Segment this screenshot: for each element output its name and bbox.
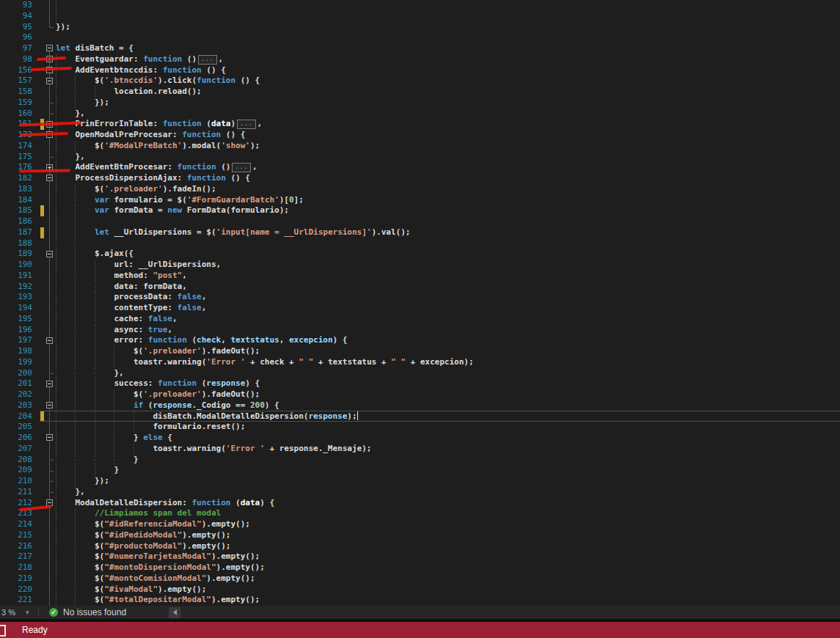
code-line[interactable]: 173− OpenModalPreProcesar: function () { — [0, 130, 840, 141]
line-number: 199 — [13, 357, 32, 368]
scrollbar-left-arrow-button[interactable] — [169, 607, 180, 618]
code-line[interactable]: 191 method: "post", — [0, 271, 840, 282]
code-line[interactable]: 197− error: function (check, textstatus,… — [0, 335, 840, 346]
collapsed-code-ellipsis[interactable]: ... — [232, 163, 250, 172]
code-line[interactable]: 95}); — [0, 22, 840, 33]
horizontal-scrollbar-track[interactable] — [180, 606, 840, 619]
code-line[interactable]: 183 $('.preloader').fadeIn(); — [0, 184, 840, 195]
line-number: 221 — [13, 595, 32, 606]
code-line[interactable]: 220 $("#ivaModal").empty(); — [0, 584, 840, 595]
code-line[interactable]: 187 let __UrlDispersions = $('input[name… — [0, 227, 840, 238]
code-line[interactable]: 193 processData: false, — [0, 292, 840, 303]
fold-toggle[interactable]: − — [46, 434, 53, 441]
code-line[interactable]: 186 — [0, 216, 840, 227]
line-number: 93 — [13, 0, 32, 11]
code-line[interactable]: 216 $("#productoModal").empty(); — [0, 541, 840, 552]
line-number: 192 — [13, 282, 32, 293]
code-line[interactable]: 199 toastr.warning('Error ' + check + " … — [0, 357, 840, 368]
code-line[interactable]: 96 — [0, 32, 840, 43]
code-line[interactable]: 209 } — [0, 465, 840, 476]
code-line[interactable]: 196 async: true, — [0, 325, 840, 336]
code-line[interactable]: 98+ Eventguardar: function ()..., — [0, 54, 840, 65]
code-line[interactable]: 210 }); — [0, 476, 840, 487]
line-number: 203 — [13, 400, 32, 411]
code-line[interactable]: 207 toastr.warning('Error ' + response._… — [0, 444, 840, 455]
code-line[interactable]: 200 }, — [0, 368, 840, 379]
line-number: 200 — [13, 368, 32, 379]
code-line[interactable]: 215 $("#idPedidoModal").empty(); — [0, 530, 840, 541]
code-line[interactable]: 158 location.reload(); — [0, 87, 840, 98]
indent-guide — [56, 238, 56, 249]
code-line[interactable]: 203− if (response._Codigo == 200) { — [0, 400, 840, 411]
code-line[interactable]: 208 } — [0, 455, 840, 466]
line-number: 207 — [13, 444, 32, 455]
code-line[interactable]: 221 $("#totalDepositarModal").empty(); — [0, 595, 840, 606]
fold-toggle[interactable]: − — [46, 45, 53, 51]
code-line[interactable]: 211 }, — [0, 487, 840, 498]
code-line[interactable]: 218 $("#montoDispersionModal").empty(); — [0, 562, 840, 573]
code-line[interactable]: 157− $('.btnccdis').click(function () { — [0, 76, 840, 87]
line-number: 187 — [13, 227, 32, 238]
line-number: 204 — [13, 411, 32, 422]
fold-toggle[interactable]: − — [46, 251, 53, 257]
line-number: 184 — [13, 195, 32, 206]
code-line[interactable]: 161+ PrinErrorInTable: function (data)..… — [0, 119, 840, 130]
code-line[interactable]: 176+ AddEventBtnProcesar: function ()...… — [0, 162, 840, 173]
zoom-level-value: 3 % — [1, 608, 15, 617]
line-number: 216 — [13, 541, 32, 552]
line-number: 182 — [13, 173, 32, 184]
line-number: 215 — [13, 530, 32, 541]
code-line[interactable]: 213 //Limpiamos span del modal — [0, 508, 840, 519]
indent-guide — [56, 11, 56, 22]
code-line[interactable]: 192 data: formData, — [0, 282, 840, 293]
code-line[interactable]: 156− AddEventbtnccdis: function () { — [0, 65, 840, 76]
code-line[interactable]: 185 var formData = new FormData(formular… — [0, 205, 840, 216]
code-editor[interactable]: 939495});9697−let disBatch = {98+ Eventg… — [0, 0, 840, 606]
code-line[interactable]: 219 $("#montoComisionModal").empty(); — [0, 573, 840, 584]
code-line[interactable]: 204 disBatch.ModalDetalleDispersion(resp… — [0, 411, 840, 422]
line-number: 206 — [13, 433, 32, 444]
code-line[interactable]: 175 }, — [0, 152, 840, 163]
code-line[interactable]: 194 contentType: false, — [0, 303, 840, 314]
fold-toggle[interactable]: − — [46, 381, 53, 387]
code-line[interactable]: 174 $('#ModalPreBatch').modal('show'); — [0, 141, 840, 152]
separator — [38, 607, 39, 617]
code-line[interactable]: 198 $('.preloader').fadeOut(); — [0, 346, 840, 357]
line-number: 189 — [13, 249, 32, 260]
collapsed-code-ellipsis[interactable]: ... — [198, 55, 216, 65]
line-number: 196 — [13, 325, 32, 336]
code-line[interactable]: 195 cache: false, — [0, 314, 840, 325]
indent-guide — [56, 0, 56, 11]
code-line[interactable]: 188 — [0, 238, 840, 249]
fold-toggle[interactable]: − — [46, 78, 53, 84]
fold-toggle[interactable]: − — [46, 337, 53, 344]
code-line[interactable]: 159 }); — [0, 98, 840, 109]
zoom-level-control[interactable]: 3 % ▾ — [0, 608, 38, 617]
code-line[interactable]: 214 $("#idReferenciaModal").empty(); — [0, 519, 840, 530]
code-line[interactable]: 94 — [0, 11, 840, 22]
code-line[interactable]: 190 url: __UrlDispersions, — [0, 260, 840, 271]
code-line[interactable]: 205 formulario.reset(); — [0, 422, 840, 433]
line-number: 214 — [13, 519, 32, 530]
code-line[interactable]: 201− success: function (response) { — [0, 378, 840, 389]
line-number: 175 — [13, 152, 32, 163]
code-line[interactable]: 97−let disBatch = { — [0, 43, 840, 54]
code-line[interactable]: 182− ProcessDispersionAjax: function () … — [0, 173, 840, 184]
code-line[interactable]: 189− $.ajax({ — [0, 249, 840, 260]
code-line[interactable]: 206− } else { — [0, 433, 840, 444]
left-arrow-icon — [173, 609, 177, 615]
status-ready-label: Ready — [22, 625, 48, 635]
document-health-indicator[interactable]: ✓ No issues found — [49, 607, 126, 617]
code-line[interactable]: 160 }, — [0, 109, 840, 120]
code-line[interactable]: 212− ModalDetalleDispersion: function (d… — [0, 498, 840, 509]
indent-guide — [75, 238, 76, 249]
line-number: 201 — [13, 378, 32, 389]
code-line[interactable]: 93 — [0, 0, 840, 11]
code-line[interactable]: 184 var formulario = $('#FormGuardarBatc… — [0, 195, 840, 206]
code-line[interactable]: 217 $("#numeroTarjetasModal").empty(); — [0, 551, 840, 562]
line-number: 186 — [13, 216, 32, 227]
fold-toggle[interactable]: − — [46, 402, 53, 408]
code-line[interactable]: 202 $('.preloader').fadeOut(); — [0, 389, 840, 400]
collapsed-code-ellipsis[interactable]: ... — [237, 120, 255, 129]
fold-toggle[interactable]: − — [46, 175, 53, 181]
